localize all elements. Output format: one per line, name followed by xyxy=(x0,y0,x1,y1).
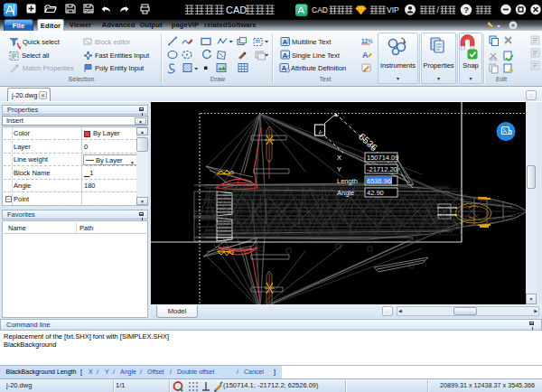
svg-text:42.90: 42.90 xyxy=(367,189,384,197)
svg-text:Y: Y xyxy=(337,165,341,173)
svg-text:A: A xyxy=(283,38,288,46)
svg-text:Length: Length xyxy=(337,177,358,185)
svg-text:-21712.20: -21712.20 xyxy=(367,165,397,173)
svg-text:!: ! xyxy=(512,69,513,73)
svg-text:6536: 6536 xyxy=(357,131,380,154)
svg-text:6536.96: 6536.96 xyxy=(367,177,391,185)
svg-text:Angle: Angle xyxy=(337,189,354,197)
svg-text:A: A xyxy=(362,51,369,60)
svg-text:12½: 12½ xyxy=(361,38,373,44)
svg-text:150714.09: 150714.09 xyxy=(367,154,398,162)
svg-text:X: X xyxy=(337,154,341,162)
svg-text:A: A xyxy=(283,51,288,60)
